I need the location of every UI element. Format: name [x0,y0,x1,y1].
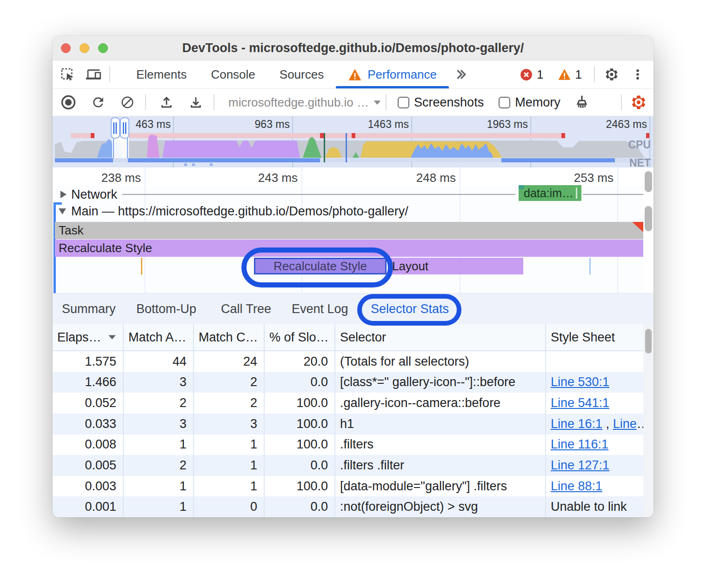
tab-sources[interactable]: Sources [267,60,336,88]
selection-window-handles[interactable] [111,118,129,158]
save-profile-button[interactable] [186,91,206,114]
reload-and-record-button[interactable] [88,91,108,114]
tab-console[interactable]: Console [199,60,267,88]
cell-slow_pct: 100.0 [265,476,335,497]
inspect-element-button[interactable] [57,63,78,86]
devtools-tabbar: Elements Console Sources Performance 1 1 [53,60,654,89]
scrollbar-thumb[interactable] [645,206,652,231]
load-profile-button[interactable] [156,91,177,114]
style-sheet-link[interactable]: Line [613,417,637,431]
cell-style-sheet: Line 16:1 , Line… [546,414,654,434]
table-row[interactable]: 0.03333100.0h1Line 16:1 , Line… [53,414,654,434]
cell-match_attempts: 1 [124,496,194,517]
network-request-label: data:im… [524,185,574,201]
collect-garbage-button[interactable] [572,91,592,114]
style-sheet-link[interactable]: Line 16:1 [551,417,602,431]
scrollbar-thumb[interactable] [645,329,652,354]
table-row[interactable]: 0.005210.0.filters .filterLine 127:1 [53,455,654,476]
clear-button[interactable] [117,91,138,114]
cell-elapsed: 1.466 [53,372,124,393]
header-label: Selector [340,330,386,345]
flame-time-label: 253 ms [558,171,614,185]
style-sheet-link[interactable]: Line 541:1 [551,396,609,410]
tab-bottom-up[interactable]: Bottom-Up [136,294,196,325]
more-options-button[interactable] [627,63,648,86]
net-label: NET [629,157,651,167]
style-sheet-link[interactable]: Line 530:1 [551,375,609,389]
style-sheet-link[interactable]: Line 88:1 [551,479,602,494]
style-sheet-link[interactable]: Line 116:1 [551,437,608,452]
header-selector[interactable]: Selector [335,324,546,350]
toolbar-separator [621,94,622,110]
layout-block[interactable]: Layout [388,258,523,274]
cell-style-sheet: Line 530:1 [546,372,654,393]
cell-style-sheet: Line 116:1 [546,434,654,455]
tab-performance[interactable]: Performance [336,60,449,88]
cell-match_attempts: 1 [124,476,194,497]
reload-icon [91,95,106,110]
settings-button[interactable] [601,63,622,86]
record-button[interactable] [58,91,79,114]
record-icon [60,94,76,110]
scrollbar-thumb[interactable] [645,171,652,192]
header-match-count[interactable]: Match C… [194,324,265,350]
long-task-triangle [632,222,643,232]
device-toolbar-icon [86,67,101,82]
style-sheet-link[interactable]: Line 127:1 [551,458,609,473]
device-toolbar-button[interactable] [83,63,104,86]
task-bar[interactable]: Task [55,222,643,239]
gear-icon [630,94,647,111]
capture-settings-button[interactable] [628,91,649,114]
upload-icon [159,95,174,110]
warning-badge[interactable]: 1 [558,67,582,82]
cell-elapsed: 1.575 [53,351,124,372]
flame-time-label: 243 ms [242,171,298,185]
header-slow-pct[interactable]: % of Slo… [265,324,335,350]
tab-event-log[interactable]: Event Log [292,294,348,325]
cell-match_attempts: 3 [124,372,194,393]
network-request-block[interactable]: data:im… [519,185,581,201]
table-row[interactable]: 1.466320.0[class*=" gallery-icon--"]::be… [53,372,654,393]
tab-elements[interactable]: Elements [124,60,199,88]
cell-selector: [class*=" gallery-icon--"]::before [335,372,546,393]
table-scrollbar[interactable] [643,324,654,517]
selector-table-body: 1.575442420.0(Totals for all selectors)1… [53,351,654,517]
table-row[interactable]: 0.001100.0:not(foreignObject) > svgUnabl… [53,496,654,517]
cell-match_attempts: 44 [124,351,194,372]
overview-time-label: 963 ms [255,118,290,130]
cell-match_count: 3 [194,414,265,434]
table-row[interactable]: 0.05222100.0.gallery-icon--camera::befor… [53,393,654,414]
network-section-label: Network [71,187,117,201]
header-style-sheet[interactable]: Style Sheet [546,324,654,350]
memory-checkbox[interactable] [499,97,510,108]
cell-style-sheet [546,351,654,372]
more-tabs-button[interactable] [451,63,471,86]
clear-icon [120,95,134,109]
tab-call-tree[interactable]: Call Tree [221,294,271,325]
chevron-double-right-icon [454,67,468,81]
table-row[interactable]: 1.575442420.0(Totals for all selectors) [53,351,654,372]
network-section-toggle[interactable] [60,191,67,198]
error-badge[interactable]: 1 [520,67,543,82]
header-label: Match C… [199,330,258,345]
header-match-attempts[interactable]: Match A… [124,324,194,350]
tab-summary[interactable]: Summary [62,294,116,325]
table-row[interactable]: 0.00311100.0[data-module="gallery"] .fil… [53,476,654,497]
profile-select[interactable]: microsoftedge.github.io … [228,95,382,110]
timeline-overview[interactable]: 463 ms 963 ms 1463 ms 1963 ms 2463 ms [53,116,654,167]
kebab-menu-icon [631,68,644,81]
tab-label: Console [211,67,255,82]
download-icon [188,95,203,110]
flame-scrollbar[interactable] [643,167,654,293]
screenshots-checkbox[interactable] [398,97,409,108]
main-section-toggle[interactable] [59,208,66,214]
header-elapsed[interactable]: Elaps… [53,324,124,350]
tabbar-separator [594,67,595,82]
annotation-circle-recalculate-style [241,247,393,287]
warning-icon [348,68,362,81]
table-row[interactable]: 0.00811100.0.filtersLine 116:1 [53,434,654,455]
cell-match_count: 1 [194,434,265,455]
load-marker-line [346,133,347,162]
cell-match_count: 0 [194,496,265,517]
cell-elapsed: 0.008 [53,434,124,455]
